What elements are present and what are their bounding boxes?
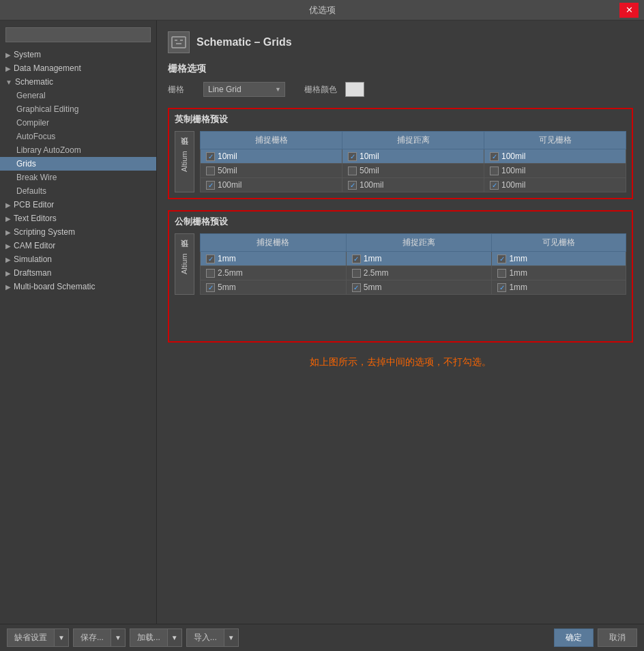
visible-checkbox-1[interactable] xyxy=(497,269,506,278)
distance-value-1: 2.5mm xyxy=(364,268,389,278)
imperial-header-distance: 捕捉距离 xyxy=(342,132,484,149)
distance-checkbox-0[interactable] xyxy=(352,255,361,263)
sidebar-label-multiboardSchematic: Multi-board Schematic xyxy=(14,282,95,291)
snap-checkbox-1[interactable] xyxy=(206,167,215,175)
sidebar-item-graphicalEditing[interactable]: Graphical Editing xyxy=(0,102,156,116)
sidebar-label-textEditors: Text Editors xyxy=(14,214,57,223)
import-button[interactable]: 导入... xyxy=(187,629,224,646)
sidebar-item-scriptingSystem[interactable]: ▶Scripting System xyxy=(0,225,156,239)
sidebar-label-graphicalEditing: Graphical Editing xyxy=(16,104,78,114)
distance-checkbox-1[interactable] xyxy=(348,167,357,175)
visible-checkbox-0[interactable] xyxy=(497,255,506,263)
sidebar-label-defaults: Defaults xyxy=(16,186,46,196)
bottom-right-buttons: 确定 取消 xyxy=(554,628,637,647)
distance-checkbox-0[interactable] xyxy=(348,152,357,161)
snap-checkbox-1[interactable] xyxy=(206,269,215,278)
expand-arrow-schematic: ▼ xyxy=(5,78,12,86)
metric-grid-table: 捕捉栅格 捕捉距离 可见栅格 1mm1mm1mm2.5mm2.5mm1mm5mm… xyxy=(200,233,626,295)
schematic-icon xyxy=(168,31,190,53)
visible-value-2: 100mil xyxy=(501,180,525,190)
table-row[interactable]: 1mm1mm1mm xyxy=(201,252,626,266)
snap-checkbox-2[interactable] xyxy=(206,283,215,292)
expand-arrow-pcbEditor: ▶ xyxy=(5,201,11,209)
snap-checkbox-0[interactable] xyxy=(206,255,215,263)
visible-checkbox-0[interactable] xyxy=(490,152,499,161)
sidebar-item-defaults[interactable]: Defaults xyxy=(0,184,156,198)
sidebar-item-pcbEditor[interactable]: ▶PCB Editor xyxy=(0,198,156,212)
close-button[interactable]: ✕ xyxy=(619,3,639,18)
sidebar-item-breakWire[interactable]: Break Wire xyxy=(0,171,156,184)
grid-color-picker[interactable] xyxy=(345,82,364,97)
visible-checkbox-2[interactable] xyxy=(490,181,499,190)
grid-color-label: 栅格颜色 xyxy=(304,84,337,96)
metric-altium-label: Altium预设 xyxy=(175,233,194,295)
bottom-left-buttons: 缺省设置 ▼ 保存... ▼ 加载... ▼ 导入... ▼ xyxy=(7,628,239,647)
snap-value-1: 2.5mm xyxy=(218,268,243,278)
save-btn-group[interactable]: 保存... ▼ xyxy=(73,628,126,647)
defaults-btn-group[interactable]: 缺省设置 ▼ xyxy=(7,628,69,647)
sidebar-item-multiboardSchematic[interactable]: ▶Multi-board Schematic xyxy=(0,280,156,293)
imperial-grid-table: 捕捉栅格 捕捉距离 可见栅格 10mil10mil100mil50mil50mi… xyxy=(200,131,626,192)
confirm-button[interactable]: 确定 xyxy=(554,628,594,647)
sidebar-item-autoFocus[interactable]: AutoFocus xyxy=(0,130,156,143)
visible-checkbox-2[interactable] xyxy=(497,283,506,292)
grid-type-dropdown[interactable]: Line Grid Dot Grid xyxy=(203,82,285,97)
sidebar-item-camEditor[interactable]: ▶CAM Editor xyxy=(0,239,156,252)
table-row[interactable]: 50mil50mil100mil xyxy=(201,164,626,178)
grid-label: 栅格 xyxy=(168,84,195,96)
table-row[interactable]: 10mil10mil100mil xyxy=(201,149,626,164)
sidebar-item-schematic[interactable]: ▼Schematic xyxy=(0,75,156,89)
sidebar-item-textEditors[interactable]: ▶Text Editors xyxy=(0,212,156,225)
sidebar-item-libraryAutoZoom[interactable]: Library AutoZoom xyxy=(0,143,156,157)
import-btn-group[interactable]: 导入... ▼ xyxy=(186,628,239,647)
load-button[interactable]: 加载... xyxy=(130,629,167,646)
load-btn-group[interactable]: 加载... ▼ xyxy=(130,628,182,647)
visible-value-0: 100mil xyxy=(501,151,525,161)
import-dropdown-arrow[interactable]: ▼ xyxy=(224,629,238,646)
sidebar-label-scriptingSystem: Scripting System xyxy=(14,227,75,237)
cancel-button[interactable]: 取消 xyxy=(598,628,637,647)
snap-checkbox-0[interactable] xyxy=(206,152,215,161)
sidebar-item-system[interactable]: ▶System xyxy=(0,48,156,61)
grid-type-dropdown-wrapper[interactable]: Line Grid Dot Grid xyxy=(203,82,285,97)
sidebar-item-simulation[interactable]: ▶Simulation xyxy=(0,252,156,266)
sidebar-item-dataManagement[interactable]: ▶Data Management xyxy=(0,61,156,75)
table-row[interactable]: 5mm5mm1mm xyxy=(201,280,626,295)
expand-arrow-system: ▶ xyxy=(5,51,11,59)
save-dropdown-arrow[interactable]: ▼ xyxy=(111,629,125,646)
imperial-grid-section: 英制栅格预设 Altium预设 捕捉栅格 捕捉距离 可见栅格 10mil10mi… xyxy=(168,108,633,199)
distance-value-2: 100mil xyxy=(360,180,383,190)
sidebar-item-compiler[interactable]: Compiler xyxy=(0,116,156,130)
table-row[interactable]: 100mil100mil100mil xyxy=(201,178,626,192)
metric-section-title: 公制栅格预设 xyxy=(175,216,228,227)
sidebar-label-schematic: Schematic xyxy=(15,77,53,87)
sidebar-label-pcbEditor: PCB Editor xyxy=(14,200,54,209)
table-row[interactable]: 2.5mm2.5mm1mm xyxy=(201,266,626,280)
defaults-button[interactable]: 缺省设置 xyxy=(8,629,54,646)
bottom-bar: 缺省设置 ▼ 保存... ▼ 加载... ▼ 导入... ▼ 确定 取消 xyxy=(0,624,644,651)
sidebar-label-draftsman: Draftsman xyxy=(14,268,51,278)
expand-arrow-simulation: ▶ xyxy=(5,256,11,263)
expand-arrow-textEditors: ▶ xyxy=(5,215,11,222)
snap-checkbox-2[interactable] xyxy=(206,181,215,190)
metric-header-distance: 捕捉距离 xyxy=(346,234,492,252)
distance-value-1: 50mil xyxy=(360,166,379,175)
grid-options-title: 栅格选项 xyxy=(168,63,633,75)
page-header: Schematic – Grids xyxy=(168,31,633,53)
metric-header-visible: 可见栅格 xyxy=(492,234,626,252)
sidebar-item-draftsman[interactable]: ▶Draftsman xyxy=(0,266,156,280)
visible-checkbox-1[interactable] xyxy=(490,167,499,175)
distance-checkbox-2[interactable] xyxy=(348,181,357,190)
sidebar-label-grids: Grids xyxy=(16,159,36,169)
defaults-dropdown-arrow[interactable]: ▼ xyxy=(54,629,68,646)
sidebar-item-grids[interactable]: Grids xyxy=(0,157,156,171)
sidebar-item-general[interactable]: General xyxy=(0,89,156,102)
distance-checkbox-2[interactable] xyxy=(352,283,361,292)
search-input[interactable] xyxy=(5,27,151,42)
load-dropdown-arrow[interactable]: ▼ xyxy=(167,629,181,646)
distance-checkbox-1[interactable] xyxy=(352,269,361,278)
save-button[interactable]: 保存... xyxy=(74,629,111,646)
expand-arrow-camEditor: ▶ xyxy=(5,242,11,250)
expand-arrow-multiboardSchematic: ▶ xyxy=(5,283,11,291)
content-area: Schematic – Grids 栅格选项 栅格 Line Grid Dot … xyxy=(157,20,644,624)
